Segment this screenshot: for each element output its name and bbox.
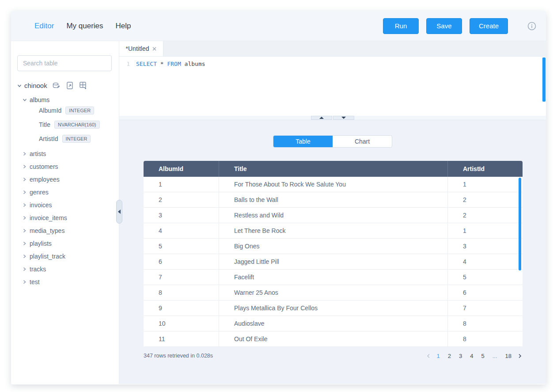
- table-name: media_types: [30, 227, 64, 234]
- sidebar-collapse-handle[interactable]: [116, 200, 122, 224]
- arrow-down-icon: [341, 117, 346, 119]
- sidebar-table-albums[interactable]: albums: [23, 96, 119, 103]
- table-row[interactable]: 6 Jagged Little Pill 4: [144, 254, 523, 270]
- table-name: playlists: [30, 240, 52, 247]
- sidebar-table-playlist-track[interactable]: playlist_track: [17, 250, 119, 263]
- edit-connection-icon[interactable]: [53, 82, 61, 89]
- cell-albumid: 5: [144, 239, 219, 254]
- chevron-down-icon: [17, 84, 22, 88]
- search-table-input[interactable]: [17, 55, 112, 71]
- save-button[interactable]: Save: [426, 18, 462, 34]
- table-row[interactable]: 7 Facelift 5: [144, 270, 523, 285]
- sidebar-table-invoices[interactable]: invoices: [17, 198, 119, 211]
- page-button-5[interactable]: 5: [479, 352, 486, 360]
- table-row[interactable]: 3 Restless and Wild 2: [144, 208, 523, 223]
- tab-untitled[interactable]: *Untitled: [119, 41, 163, 56]
- cell-artistid: 3: [447, 239, 523, 254]
- chevron-right-icon: [23, 267, 27, 271]
- sql-identifier: albums: [185, 61, 205, 67]
- column-header[interactable]: AlbumId: [144, 161, 219, 177]
- editor-scrollbar[interactable]: [542, 57, 546, 102]
- add-table-icon[interactable]: [80, 82, 87, 89]
- table-row[interactable]: 11 Out Of Exile 8: [144, 331, 523, 347]
- cell-title: Let There Be Rock: [219, 223, 447, 238]
- app-body: chinook albums AlbumId: [11, 41, 546, 384]
- cell-title: Facelift: [219, 270, 447, 285]
- panel-splitter[interactable]: [119, 116, 546, 120]
- cell-title: For Those About To Rock We Salute You: [219, 177, 447, 192]
- database-row[interactable]: chinook: [17, 82, 119, 89]
- table-row[interactable]: 1 For Those About To Rock We Salute You …: [144, 177, 523, 192]
- close-tab-icon[interactable]: [152, 47, 156, 51]
- table-row[interactable]: 2 Balls to the Wall 2: [144, 192, 523, 208]
- chevron-right-icon: [23, 190, 27, 194]
- sidebar-table-employees[interactable]: employees: [17, 173, 119, 186]
- cell-albumid: 8: [144, 285, 219, 300]
- cell-artistid: 7: [447, 301, 523, 316]
- cell-artistid: 2: [447, 208, 523, 223]
- sql-code: SELECT * FROM albums: [130, 60, 205, 69]
- sidebar-table-test[interactable]: test: [17, 275, 119, 288]
- database-actions: [53, 82, 87, 89]
- results-grid: AlbumId Title ArtistId 1 For Those About…: [144, 161, 523, 347]
- sidebar-table-invoice-items[interactable]: invoice_items: [17, 211, 119, 224]
- sidebar-table-artists[interactable]: artists: [17, 147, 119, 160]
- cell-albumid: 3: [144, 208, 219, 223]
- page-button-18[interactable]: 18: [503, 352, 514, 360]
- nav-item-editor[interactable]: Editor: [34, 22, 54, 30]
- grid-scrollbar[interactable]: [519, 178, 521, 270]
- sidebar-table-customers[interactable]: customers: [17, 160, 119, 173]
- table-name: invoices: [30, 202, 52, 209]
- create-button[interactable]: Create: [470, 18, 508, 34]
- sidebar-table-playlists[interactable]: playlists: [17, 237, 119, 250]
- column-name: AlbumId: [39, 107, 61, 114]
- prev-page-icon[interactable]: [426, 353, 431, 359]
- table-row[interactable]: 10 Audioslave 8: [144, 316, 523, 331]
- table-name: artists: [30, 150, 46, 157]
- results-footer: 347 rows retrieved in 0.028s 1 2 3 4 5 .…: [144, 350, 523, 361]
- code-line: 1 SELECT * FROM albums: [119, 60, 546, 69]
- sql-keyword: SELECT: [136, 61, 157, 67]
- expand-results-button[interactable]: [333, 116, 354, 120]
- page-button-1[interactable]: 1: [435, 352, 442, 360]
- cell-artistid: 1: [447, 223, 523, 238]
- sql-editor[interactable]: 1 SELECT * FROM albums: [119, 57, 546, 116]
- table-row[interactable]: 5 Big Ones 3: [144, 239, 523, 254]
- tab-label: *Untitled: [126, 45, 149, 52]
- cell-title: Plays Metallica By Four Cellos: [219, 301, 447, 316]
- nav-item-help[interactable]: Help: [116, 22, 131, 30]
- sidebar-table-media-types[interactable]: media_types: [17, 224, 119, 237]
- export-file-icon[interactable]: [67, 82, 73, 89]
- next-page-icon[interactable]: [517, 353, 523, 359]
- app-window: Editor My queries Help Run Save Create c…: [11, 11, 546, 384]
- sidebar-table-tracks[interactable]: tracks: [17, 263, 119, 275]
- tab-chart[interactable]: Chart: [333, 136, 392, 147]
- table-row[interactable]: 4 Let There Be Rock 1: [144, 223, 523, 239]
- sql-star: *: [160, 61, 164, 67]
- chevron-right-icon: [23, 216, 27, 220]
- cell-albumid: 4: [144, 223, 219, 238]
- column-header[interactable]: Title: [219, 161, 447, 177]
- info-icon[interactable]: [527, 22, 536, 30]
- schema-sidebar: chinook albums AlbumId: [11, 41, 119, 384]
- cell-artistid: 6: [447, 285, 523, 300]
- column-header[interactable]: ArtistId: [447, 161, 523, 177]
- nav-item-my-queries[interactable]: My queries: [66, 22, 103, 30]
- results-panel: Table Chart AlbumId Title ArtistId 1 For…: [119, 120, 546, 384]
- pagination: 1 2 3 4 5 ... 18: [426, 352, 523, 360]
- cell-artistid: 2: [447, 192, 523, 207]
- run-button[interactable]: Run: [383, 18, 419, 34]
- page-button-2[interactable]: 2: [446, 352, 453, 360]
- cell-artistid: 5: [447, 270, 523, 285]
- table-name: employees: [30, 176, 60, 183]
- table-row[interactable]: 9 Plays Metallica By Four Cellos 7: [144, 301, 523, 316]
- chevron-right-icon: [23, 228, 27, 233]
- tab-table[interactable]: Table: [273, 136, 333, 147]
- sidebar-table-genres[interactable]: genres: [17, 186, 119, 198]
- table-row[interactable]: 8 Warner 25 Anos 6: [144, 285, 523, 301]
- expand-editor-button[interactable]: [311, 116, 332, 120]
- table-name: customers: [30, 163, 58, 170]
- page-button-3[interactable]: 3: [457, 352, 464, 360]
- chevron-right-icon: [23, 241, 27, 246]
- page-button-4[interactable]: 4: [468, 352, 475, 360]
